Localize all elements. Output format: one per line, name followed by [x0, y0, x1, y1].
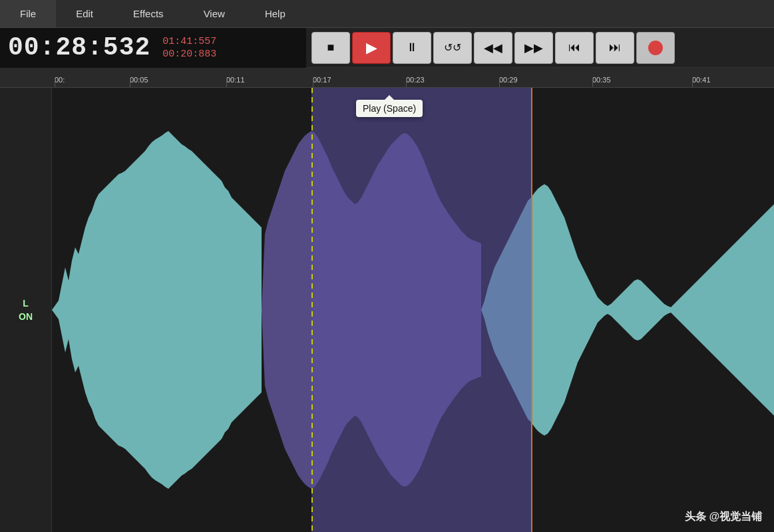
rewind-button[interactable]: ◀◀: [474, 32, 512, 64]
menu-effects[interactable]: Effects: [113, 0, 184, 27]
channel-panel: L ON: [0, 88, 52, 532]
stop-icon: ■: [327, 41, 335, 55]
sub-times: 01:41:557 00:20:883: [162, 36, 216, 60]
ruler-tick: [313, 78, 313, 87]
play-tooltip: Play (Space): [356, 100, 423, 117]
menu-edit[interactable]: Edit: [56, 0, 113, 27]
play-button[interactable]: ▶: [352, 32, 391, 64]
ruler-tick: [55, 78, 55, 87]
ruler-label-0: 00:: [55, 76, 65, 84]
pause-button[interactable]: ⏸: [393, 32, 431, 64]
waveform-area[interactable]: L ON: [0, 88, 774, 532]
channel-label-l: L: [23, 298, 29, 309]
ruler-tick: [226, 78, 227, 87]
ruler-tick: [130, 78, 130, 87]
ruler-label-4: 00:23: [406, 76, 425, 84]
ruler-label-7: 00:41: [692, 76, 711, 84]
play-icon: ▶: [366, 39, 377, 57]
pause-icon: ⏸: [406, 41, 418, 55]
skip-start-icon: ⏮: [568, 41, 580, 55]
fast-forward-icon: ▶▶: [524, 41, 543, 55]
transport-buttons: ■ ▶ ⏸ ↺↺ ◀◀ ▶▶ ⏮ ⏭: [306, 28, 774, 68]
skip-end-icon: ⏭: [609, 41, 621, 55]
ruler-tick: [692, 78, 693, 87]
sub-time-1: 01:41:557: [162, 36, 216, 47]
skip-end-button[interactable]: ⏭: [596, 32, 634, 64]
ruler-tick: [499, 78, 500, 87]
menu-file[interactable]: File: [0, 0, 56, 27]
waveform-canvas[interactable]: [52, 88, 774, 532]
watermark: 头条 @视觉当铺: [685, 510, 762, 524]
waveform-svg: [52, 88, 774, 532]
loop-button[interactable]: ↺↺: [433, 32, 472, 64]
menu-help[interactable]: Help: [245, 0, 305, 27]
menu-view[interactable]: View: [184, 0, 245, 27]
ruler-label-6: 00:35: [592, 76, 611, 84]
sub-time-2: 00:20:883: [162, 49, 216, 60]
loop-icon: ↺↺: [444, 41, 461, 54]
ruler-tick: [592, 78, 593, 87]
channel-status: ON: [19, 311, 33, 322]
ruler-label-3: 00:17: [313, 76, 331, 84]
timer-block: 00:28:532 01:41:557 00:20:883: [0, 28, 306, 68]
timeline-ruler: 00: 00:05 00:11 00:17 00:23 00:29 00:35 …: [0, 68, 774, 88]
stop-button[interactable]: ■: [311, 32, 350, 64]
menu-bar: File Edit Effects View Help: [0, 0, 774, 28]
record-dot: [648, 41, 663, 55]
record-button[interactable]: [636, 32, 675, 64]
skip-start-button[interactable]: ⏮: [555, 32, 594, 64]
fast-forward-button[interactable]: ▶▶: [514, 32, 553, 64]
ruler-label-5: 00:29: [499, 76, 518, 84]
ruler-tick: [406, 78, 407, 87]
rewind-icon: ◀◀: [484, 41, 502, 55]
ruler-label-1: 00:05: [130, 76, 148, 84]
ruler-label-2: 00:11: [226, 76, 245, 84]
transport-row: 00:28:532 01:41:557 00:20:883 ■ ▶ ⏸ ↺↺ ◀…: [0, 28, 774, 68]
main-time-display: 00:28:532: [8, 33, 150, 62]
